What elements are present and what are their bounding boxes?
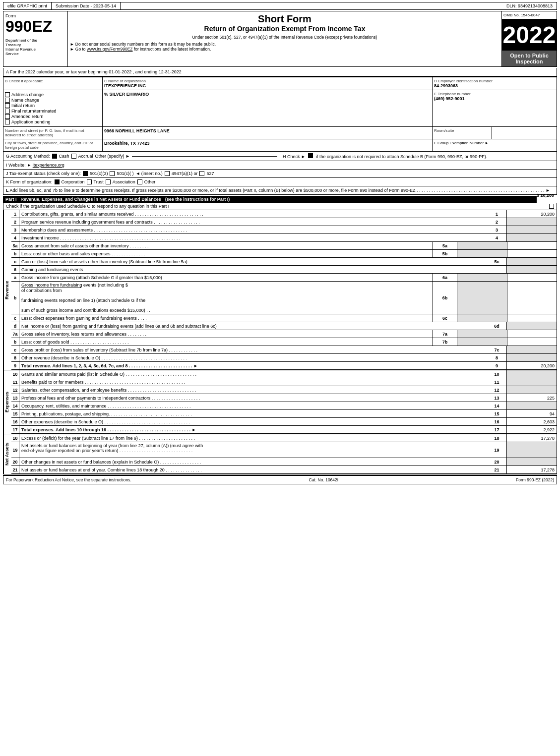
checkbox-name-change[interactable]: [5, 98, 10, 103]
checkbox-accrual[interactable]: [71, 154, 76, 159]
checkbox-501c3[interactable]: [83, 171, 88, 176]
submission-date: Submission Date - 2023-05-14: [52, 2, 121, 9]
line-desc-6: Gaming and fundraising events: [19, 266, 487, 273]
label-final-return: Final return/terminated: [11, 109, 57, 114]
label-initial-return: Initial return: [11, 103, 35, 108]
accounting-h-row: G Accounting Method: Cash Accrual Other …: [3, 152, 557, 161]
net-assets-section: Net Assets 18 Excess or (deficit) for th…: [3, 434, 557, 474]
line-amount-6: [507, 266, 557, 273]
checkbox-trust[interactable]: [87, 179, 92, 184]
checkbox-amended[interactable]: [5, 114, 10, 119]
checkbox-527[interactable]: [199, 171, 204, 176]
line-desc-19: Net assets or fund balances at beginning…: [19, 442, 487, 458]
website-url[interactable]: itexperience.org: [33, 163, 64, 168]
line-num-2: 2: [11, 218, 19, 226]
top-bar: efile GRAPHIC print Submission Date - 20…: [3, 2, 557, 10]
line-num-3: 3: [11, 226, 19, 233]
line-ref-1: 1: [487, 210, 507, 218]
line-num-13: 13: [11, 394, 19, 402]
checkbox-h[interactable]: [308, 153, 313, 158]
line-ref-19: 19: [487, 442, 507, 458]
line-box-6b: 6b: [433, 282, 457, 314]
section-l-row: L Add lines 5b, 6c, and 7b to line 9 to …: [3, 186, 557, 194]
checkbox-final-return[interactable]: [5, 109, 10, 114]
line-amount-9: 20,200: [507, 362, 557, 369]
line-empty-6c: [507, 314, 557, 322]
note1: ► Do not enter social security numbers o…: [70, 42, 499, 47]
line-desc-2: Program service revenue including govern…: [19, 218, 487, 226]
title1: Short Form: [70, 13, 499, 25]
line-row-18: 18 Excess or (deficit) for the year (Sub…: [11, 434, 557, 442]
line-ref-7c: 7c: [487, 346, 507, 353]
line-desc-7a: Gross sales of inventory, less returns a…: [19, 330, 433, 338]
line-row-6b: b Gross income from fundraising events (…: [11, 282, 557, 314]
line-amount-8: [507, 354, 557, 361]
note2-prefix: ► Go to www.irs.gov/Form990EZ for instru…: [70, 47, 499, 52]
line-amount-6d: [507, 322, 557, 330]
section-l-dots: . . . . . . . . . . . . . . . . . . . . …: [417, 188, 545, 193]
year-section: OMB No. 1545-0047 2022 Open to Public In…: [502, 11, 557, 66]
line-amount-21: 17,278: [507, 466, 557, 473]
section-c-label: C Name of organization: [104, 79, 431, 83]
line-row-6d: d Net income or (loss) from gaming and f…: [11, 322, 557, 330]
line-desc-13: Professional fees and other payments to …: [19, 394, 487, 402]
line-ref-15: 15: [487, 410, 507, 417]
line-num-16: 16: [11, 418, 19, 425]
line-box-6a: 6a: [433, 274, 457, 281]
checkbox-app-pending[interactable]: [5, 119, 10, 124]
line-ref-21: 21: [487, 466, 507, 473]
checkbox-501c[interactable]: [110, 171, 115, 176]
line-num-6a: a: [11, 274, 19, 281]
acct-other: Other (specify) ►: [95, 154, 130, 159]
line-empty-5b: [507, 250, 557, 257]
accounting-section: G Accounting Method: Cash Accrual Other …: [3, 152, 280, 161]
line-ref-20: 20: [487, 458, 507, 465]
checkbox-corp[interactable]: [55, 179, 60, 184]
checkbox-other[interactable]: [137, 179, 142, 184]
line-num-6c: c: [11, 314, 19, 322]
line-row-6a: a Gross income from gaming (attach Sched…: [11, 274, 557, 282]
checkbox-address-change[interactable]: [5, 92, 10, 97]
checkbox-cash[interactable]: [52, 154, 57, 159]
part-i-note: (see the instructions for Part I): [165, 197, 230, 202]
city-value: Brookshire, TX 77423: [104, 141, 431, 146]
label-app-pending: Application pending: [11, 119, 51, 124]
title2: Return of Organization Exempt From Incom…: [70, 25, 499, 33]
form-type-row: K Form of organization: Corporation Trus…: [3, 178, 557, 186]
line-num-15: 15: [11, 410, 19, 417]
tax-4947: 4947(a)(1) or: [172, 171, 198, 176]
irs-link[interactable]: www.irs.gov/Form990EZ: [87, 47, 133, 52]
omb: OMB No. 1545-0047: [502, 11, 557, 19]
section-l-amount: $ 20,200: [537, 193, 554, 198]
line-row-4: 4 Investment income . . . . . . . . . . …: [11, 234, 557, 242]
checkbox-sched-o[interactable]: [549, 204, 554, 209]
checkbox-4947[interactable]: [165, 171, 170, 176]
line-row-6: 6 Gaming and fundraising events: [11, 266, 557, 274]
footer-right: Form 990-EZ (2022): [516, 477, 554, 482]
line-amount-19: [507, 442, 557, 458]
line-empty-5a: [507, 242, 557, 249]
line-empty-7b: [507, 338, 557, 346]
line-num-19: 19: [11, 442, 19, 458]
check-initial-return: Initial return: [5, 103, 101, 108]
line-ref-12: 12: [487, 386, 507, 394]
checkbox-initial-return[interactable]: [5, 103, 10, 108]
line-ref-13: 13: [487, 394, 507, 402]
line-amount-18: 17,278: [507, 434, 557, 442]
line-desc-6a: Gross income from gaming (attach Schedul…: [19, 274, 433, 281]
line-desc-3: Membership dues and assessments . . . . …: [19, 226, 487, 233]
checkbox-assoc[interactable]: [106, 179, 111, 184]
line-amount-7c: [507, 346, 557, 353]
line-amount-14: [507, 402, 557, 409]
line-amount-5b: [457, 250, 507, 257]
line-box-6c: 6c: [433, 314, 457, 322]
line-box-7b: 7b: [433, 338, 457, 346]
line-ref-16: 16: [487, 418, 507, 425]
address-label: Number and street (or P. O. box, if mail…: [5, 128, 101, 137]
form-corp: Corporation: [62, 179, 85, 184]
part-i-container: Part I Revenue, Expenses, and Changes in…: [3, 196, 557, 474]
line-ref-8: 8: [487, 354, 507, 361]
line-num-20: 20: [11, 458, 19, 465]
care-of: % SILVER EHIWARIO: [104, 92, 431, 97]
line-num-21: 21: [11, 466, 19, 473]
